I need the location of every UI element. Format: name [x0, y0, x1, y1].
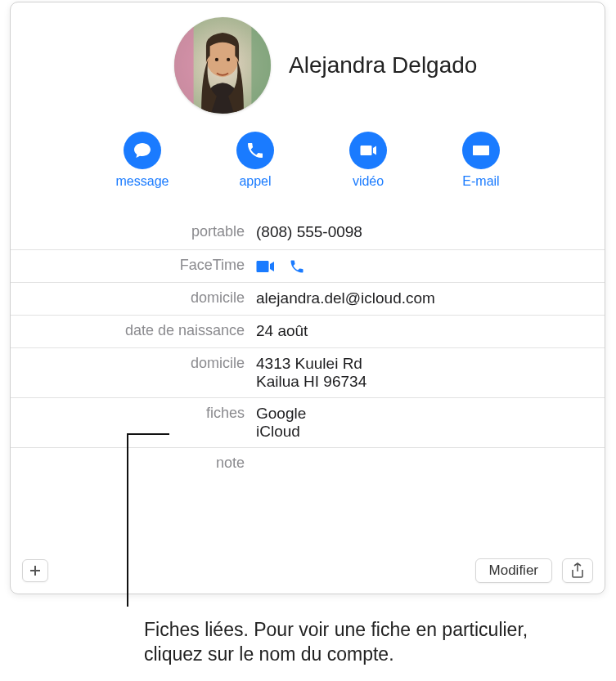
contact-card-window: Alejandra Delgado message appel vidéo E-…	[10, 2, 605, 594]
svg-rect-2	[251, 17, 271, 114]
mail-icon	[471, 141, 491, 160]
svg-rect-1	[174, 17, 194, 114]
value-mobile[interactable]: (808) 555-0098	[256, 223, 605, 243]
call-label: appel	[239, 174, 271, 189]
action-row: message appel vidéo E-mail	[11, 132, 605, 189]
callout-line	[127, 433, 128, 607]
message-icon	[133, 141, 152, 160]
addr-line2: Kailua HI 96734	[256, 373, 588, 391]
row-cards: fiches Google iCloud	[11, 397, 605, 447]
value-facetime	[256, 257, 605, 276]
video-icon	[358, 141, 378, 160]
row-home-address: domicile 4313 Kuulei Rd Kailua HI 96734	[11, 347, 605, 397]
video-label: vidéo	[353, 174, 384, 189]
value-home-address[interactable]: 4313 Kuulei Rd Kailua HI 96734	[256, 355, 605, 391]
bottom-toolbar: Modifier	[11, 548, 605, 594]
card-link-google[interactable]: Google	[256, 405, 588, 423]
row-facetime: FaceTime	[11, 249, 605, 282]
label-home-email: domicile	[11, 289, 256, 308]
details-list: portable (808) 555-0098 FaceTime domicil…	[11, 217, 605, 480]
contact-name: Alejandra Delgado	[289, 52, 477, 78]
avatar-image-icon	[174, 17, 271, 114]
label-facetime: FaceTime	[11, 257, 256, 276]
row-birthday: date de naissance 24 août	[11, 315, 605, 347]
facetime-audio-icon[interactable]	[287, 258, 307, 275]
share-icon	[571, 562, 584, 579]
email-label: E-mail	[462, 174, 499, 189]
add-button[interactable]	[22, 559, 48, 582]
addr-line1: 4313 Kuulei Rd	[256, 355, 588, 373]
label-cards: fiches	[11, 405, 256, 441]
row-home-email: domicile alejandra.del@icloud.com	[11, 282, 605, 315]
message-label: message	[116, 174, 169, 189]
row-mobile: portable (808) 555-0098	[11, 217, 605, 249]
video-button[interactable]: vidéo	[331, 132, 405, 189]
svg-point-4	[215, 58, 218, 61]
contact-header: Alejandra Delgado	[11, 2, 605, 114]
label-note: note	[11, 455, 256, 473]
value-birthday: 24 août	[256, 322, 605, 341]
label-birthday: date de naissance	[11, 322, 256, 341]
plus-icon	[29, 565, 41, 576]
card-link-icloud[interactable]: iCloud	[256, 423, 588, 441]
share-button[interactable]	[562, 558, 593, 583]
value-note[interactable]	[256, 455, 605, 473]
email-button[interactable]: E-mail	[444, 132, 518, 189]
facetime-video-icon[interactable]	[256, 258, 276, 275]
value-home-email[interactable]: alejandra.del@icloud.com	[256, 289, 605, 308]
avatar[interactable]	[174, 17, 271, 114]
caption-text: Fiches liées. Pour voir une fiche en par…	[144, 618, 586, 667]
call-button[interactable]: appel	[218, 132, 292, 189]
message-button[interactable]: message	[106, 132, 179, 189]
label-home-address: domicile	[11, 355, 256, 391]
row-note: note	[11, 447, 605, 480]
svg-point-5	[227, 58, 230, 61]
phone-icon	[245, 141, 265, 160]
value-cards: Google iCloud	[256, 405, 605, 441]
modify-button[interactable]: Modifier	[475, 558, 552, 583]
label-mobile: portable	[11, 223, 256, 243]
